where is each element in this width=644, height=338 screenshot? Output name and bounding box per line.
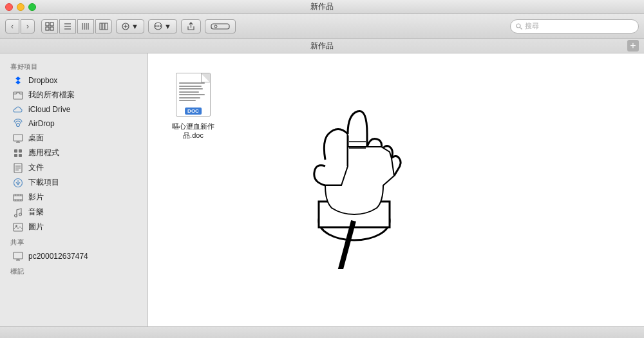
file-name: 嘔心瀝血新作品.doc (167, 122, 219, 140)
svg-point-23 (214, 25, 217, 28)
svg-rect-29 (14, 135, 23, 141)
sidebar-item-label: 圖片 (28, 221, 44, 232)
applications-icon (13, 148, 23, 158)
svg-rect-33 (19, 149, 22, 153)
downloads-icon (13, 178, 23, 188)
title-bar: 新作品 (0, 0, 644, 14)
search-bar[interactable]: 搜尋 (510, 19, 639, 33)
dropbox-icon (13, 75, 23, 86)
sidebar-item-dropbox[interactable]: Dropbox (3, 73, 145, 88)
sidebar: 喜好項目 Dropbox 我的所有檔案 iCloud Drive AirDrop (0, 53, 148, 326)
doc-fold-border (201, 73, 210, 82)
add-folder-button[interactable]: + (627, 40, 639, 52)
svg-rect-22 (211, 24, 229, 29)
svg-marker-26 (15, 77, 21, 84)
arrange-icon: ▼ (131, 23, 138, 30)
traffic-lights (5, 3, 36, 11)
svg-rect-2 (46, 27, 49, 30)
main-content: 喜好項目 Dropbox 我的所有檔案 iCloud Drive AirDrop (0, 53, 644, 326)
svg-rect-32 (14, 149, 17, 153)
file-area: DOC 嘔心瀝血新作品.doc (148, 53, 644, 326)
svg-rect-53 (14, 223, 23, 231)
svg-line-25 (520, 28, 522, 30)
sidebar-item-applications[interactable]: 應用程式 (3, 146, 145, 160)
pc-icon (13, 251, 23, 261)
music-icon (13, 207, 23, 218)
doc-icon: DOC (173, 73, 214, 119)
documents-icon (13, 163, 23, 173)
svg-point-18 (157, 25, 158, 26)
sidebar-item-label: AirDrop (28, 119, 55, 128)
sidebar-item-label: 應用程式 (28, 147, 59, 158)
view-columns-button[interactable] (77, 19, 94, 33)
svg-point-58 (319, 202, 390, 240)
sidebar-item-label: pc200012637474 (28, 252, 88, 261)
action-button[interactable]: ▼ (148, 19, 177, 33)
svg-rect-12 (102, 23, 104, 30)
shared-label: 共享 (0, 234, 147, 249)
sidebar-item-label: 音樂 (28, 207, 44, 218)
svg-rect-27 (14, 92, 23, 99)
view-cover-button[interactable] (95, 19, 112, 33)
doc-type-label: DOC (185, 108, 202, 115)
sidebar-item-airdrop[interactable]: AirDrop (3, 117, 145, 131)
movies-icon (13, 192, 23, 203)
sidebar-item-pictures[interactable]: 圖片 (3, 220, 145, 234)
arrange-button[interactable]: ▼ (116, 19, 144, 33)
sidebar-item-label: Dropbox (28, 76, 57, 85)
sidebar-item-label: 文件 (28, 162, 44, 173)
svg-point-19 (155, 25, 156, 26)
toolbar: ‹ › ▼ ▼ 搜尋 (0, 14, 644, 39)
sidebar-item-downloads[interactable]: 下載項目 (3, 175, 145, 190)
view-list-button[interactable] (59, 19, 76, 33)
forward-button[interactable]: › (21, 19, 35, 33)
svg-rect-35 (19, 154, 22, 157)
sidebar-item-label: 下載項目 (28, 177, 59, 188)
desktop-icon (13, 133, 23, 144)
share-button[interactable] (181, 19, 201, 33)
doc-page: DOC (176, 73, 211, 117)
svg-rect-0 (46, 23, 49, 26)
svg-rect-34 (14, 154, 17, 157)
favorites-label: 喜好項目 (0, 59, 147, 73)
view-grid-button[interactable] (41, 19, 58, 33)
window-title: 新作品 (310, 1, 334, 12)
maximize-button[interactable] (28, 3, 36, 11)
minimize-button[interactable] (17, 3, 24, 11)
path-button[interactable] (205, 19, 236, 33)
svg-rect-13 (105, 23, 108, 30)
sidebar-item-movies[interactable]: 影片 (3, 190, 145, 205)
sidebar-item-label: iCloud Drive (28, 105, 70, 114)
svg-point-52 (19, 213, 22, 216)
svg-rect-3 (50, 27, 53, 30)
icloud-icon (13, 104, 23, 115)
sidebar-item-documents[interactable]: 文件 (3, 160, 145, 175)
svg-rect-55 (14, 252, 23, 259)
sidebar-item-desktop[interactable]: 桌面 (3, 131, 145, 146)
back-button[interactable]: ‹ (5, 19, 19, 33)
view-controls (41, 19, 112, 33)
file-item-doc[interactable]: DOC 嘔心瀝血新作品.doc (167, 73, 219, 140)
sidebar-item-music[interactable]: 音樂 (3, 205, 145, 220)
svg-point-28 (17, 124, 20, 127)
sidebar-item-icloud[interactable]: iCloud Drive (3, 102, 145, 117)
svg-point-24 (516, 24, 520, 28)
all-files-icon (13, 90, 23, 100)
svg-point-20 (160, 25, 161, 26)
close-button[interactable] (5, 3, 13, 11)
svg-rect-62 (337, 220, 355, 269)
sidebar-item-label: 我的所有檔案 (28, 89, 75, 100)
action-dropdown-icon: ▼ (164, 23, 171, 30)
nav-buttons: ‹ › (5, 19, 35, 33)
search-placeholder: 搜尋 (525, 21, 539, 31)
airdrop-icon (13, 118, 23, 129)
search-icon (516, 23, 522, 30)
sidebar-item-all-files[interactable]: 我的所有檔案 (3, 88, 145, 102)
path-label: 新作品 (310, 41, 334, 52)
pictures-icon (13, 222, 23, 232)
pointing-hand-cursor (277, 89, 522, 269)
sidebar-item-label: 影片 (28, 192, 44, 203)
bottom-bar (0, 326, 644, 338)
sidebar-item-pc[interactable]: pc200012637474 (3, 249, 145, 263)
sidebar-item-label: 桌面 (28, 133, 44, 144)
